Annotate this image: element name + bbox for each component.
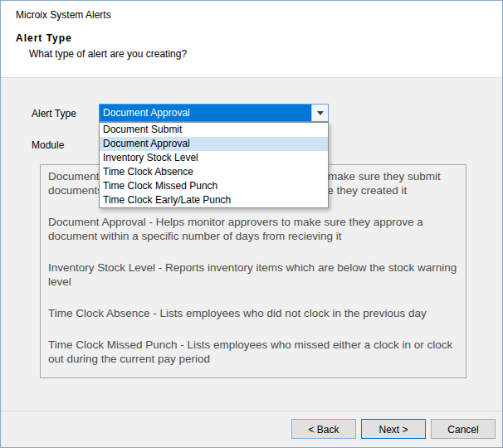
dropdown-option-document-submit[interactable]: Document Submit (100, 123, 328, 137)
dropdown-option-inventory-stock-level[interactable]: Inventory Stock Level (100, 151, 328, 165)
button-bar: < Back Next > Cancel (1, 411, 502, 447)
combobox-dropdown-button[interactable] (311, 105, 328, 121)
description-paragraph-document-approval: Document Approval - Helps monitor approv… (48, 215, 458, 243)
alert-type-combobox[interactable]: Document Approval (99, 104, 329, 122)
chevron-down-icon (317, 111, 324, 115)
page-title: Alert Type (16, 32, 72, 44)
page-subtitle: What type of alert are you creating? (29, 48, 187, 60)
alert-type-dropdown-list: Document Submit Document Approval Invent… (99, 122, 329, 208)
next-button[interactable]: Next > (361, 419, 426, 439)
dialog-window: Microix System Alerts Alert Type What ty… (0, 0, 503, 448)
description-paragraph-time-clock-absence: Time Clock Absence - Lists employees who… (48, 306, 458, 320)
dropdown-option-document-approval[interactable]: Document Approval (100, 137, 328, 151)
window-title: Microix System Alerts (16, 9, 111, 21)
dropdown-option-time-clock-early-late-punch[interactable]: Time Clock Early/Late Punch (100, 193, 328, 207)
cancel-button[interactable]: Cancel (431, 419, 496, 439)
module-label: Module (32, 139, 64, 151)
dropdown-option-time-clock-absence[interactable]: Time Clock Absence (100, 165, 328, 179)
wizard-content: Alert Type Document Approval Module Docu… (1, 77, 502, 411)
back-button[interactable]: < Back (291, 419, 356, 439)
description-paragraph-time-clock-missed-punch: Time Clock Missed Punch - Lists employee… (48, 338, 458, 366)
alert-type-label: Alert Type (32, 108, 76, 119)
description-paragraph-inventory-stock-level: Inventory Stock Level - Reports inventor… (48, 261, 458, 289)
alert-type-selected-value: Document Approval (100, 105, 311, 121)
dropdown-option-time-clock-missed-punch[interactable]: Time Clock Missed Punch (100, 179, 328, 193)
